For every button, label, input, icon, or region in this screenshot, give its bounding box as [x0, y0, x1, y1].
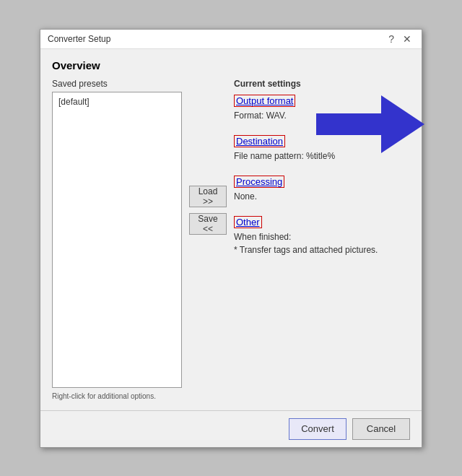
other-detail: When finished:* Transfer tags and attach… — [234, 230, 410, 256]
right-panel: Current settings Output format Format: W… — [234, 79, 410, 400]
current-settings-label: Current settings — [234, 79, 410, 89]
right-click-hint: Right-click for additional options. — [52, 392, 182, 400]
destination-detail: File name pattern: %title% — [234, 150, 410, 163]
title-bar-controls: ? ✕ — [385, 34, 414, 44]
destination-link[interactable]: Destination — [234, 135, 285, 147]
processing-link[interactable]: Processing — [234, 176, 284, 188]
load-button[interactable]: Load>> — [189, 186, 227, 207]
save-button[interactable]: Save<< — [189, 213, 227, 235]
processing-section: Processing None. — [234, 176, 410, 203]
preset-item[interactable]: [default] — [56, 95, 178, 108]
dialog-title: Converter Setup — [48, 34, 110, 44]
processing-detail: None. — [234, 190, 410, 203]
close-button[interactable]: ✕ — [400, 34, 414, 44]
saved-presets-label: Saved presets — [52, 79, 182, 89]
output-format-link[interactable]: Output format — [234, 95, 295, 107]
title-bar: Converter Setup ? ✕ — [40, 30, 422, 49]
dialog-footer: Convert Cancel — [40, 410, 422, 447]
overview-heading: Overview — [52, 59, 410, 72]
title-bar-left: Converter Setup — [48, 34, 110, 44]
left-panel: Saved presets [default] Right-click for … — [52, 79, 182, 400]
help-button[interactable]: ? — [385, 34, 397, 44]
dialog-body: Overview Saved presets [default] Right-c… — [40, 49, 422, 410]
other-link[interactable]: Other — [234, 216, 262, 228]
output-format-section: Output format Format: WAV. — [234, 95, 410, 122]
convert-button[interactable]: Convert — [289, 418, 346, 440]
middle-buttons: Load>> Save<< — [182, 79, 234, 400]
other-section: Other When finished:* Transfer tags and … — [234, 216, 410, 256]
destination-section: Destination File name pattern: %title% — [234, 135, 410, 163]
main-content: Saved presets [default] Right-click for … — [52, 79, 410, 400]
converter-setup-dialog: Converter Setup ? ✕ Overview Saved prese… — [40, 29, 422, 448]
cancel-button[interactable]: Cancel — [352, 418, 410, 440]
presets-list[interactable]: [default] — [52, 92, 182, 388]
output-format-detail: Format: WAV. — [234, 109, 410, 122]
